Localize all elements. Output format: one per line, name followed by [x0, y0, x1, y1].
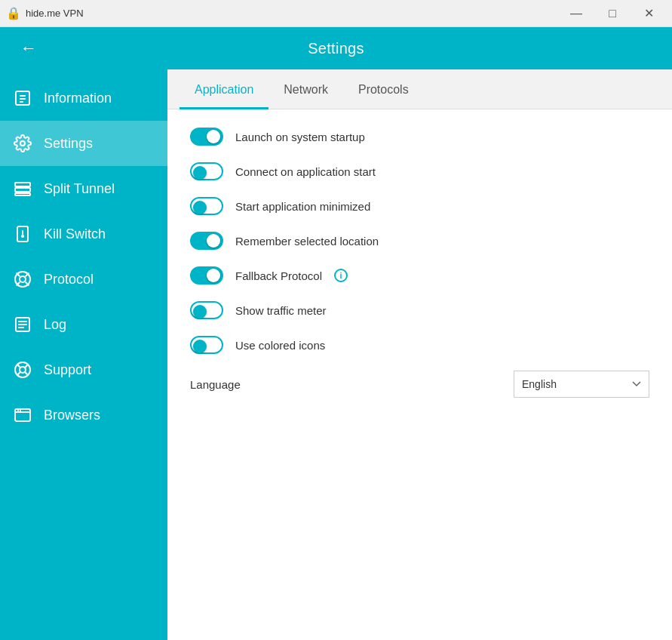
sidebar-item-label: Log — [44, 317, 66, 333]
svg-line-15 — [17, 282, 20, 285]
main-layout: Information Settings Split Tunnel — [0, 69, 672, 640]
sidebar-item-label: Browsers — [44, 408, 100, 423]
toggle-traffic-meter[interactable] — [190, 301, 223, 319]
tab-network[interactable]: Network — [268, 69, 343, 109]
kill-switch-icon — [12, 223, 33, 245]
svg-rect-7 — [15, 193, 30, 195]
svg-line-16 — [26, 273, 29, 276]
svg-point-10 — [22, 235, 23, 237]
sidebar-item-label: Support — [44, 362, 91, 378]
language-row: Language EnglishGermanFrenchSpanishItali… — [190, 371, 649, 398]
close-button[interactable]: ✕ — [631, 0, 666, 27]
title-bar: 🔒 hide.me VPN — □ ✕ — [0, 0, 672, 27]
svg-rect-27 — [15, 409, 30, 421]
support-icon — [12, 359, 33, 380]
svg-rect-5 — [15, 183, 30, 186]
svg-line-25 — [25, 365, 28, 368]
toggle-label-remember-location: Remember selected location — [235, 235, 379, 248]
sidebar-item-label: Split Tunnel — [44, 181, 115, 197]
sidebar-item-label: Information — [44, 91, 112, 106]
language-label: Language — [190, 378, 241, 391]
toggle-remember-location[interactable] — [190, 232, 223, 250]
sidebar-item-label: Settings — [44, 136, 93, 152]
toggle-fallback-protocol[interactable] — [190, 266, 223, 285]
content-area: Application Network Protocols Launch on … — [167, 69, 672, 640]
toggle-label-connect-start: Connect on application start — [235, 165, 376, 178]
svg-line-26 — [17, 372, 20, 375]
svg-line-23 — [17, 365, 20, 368]
sidebar-item-log[interactable]: Log — [0, 302, 167, 347]
toggle-launch-startup[interactable] — [190, 128, 223, 146]
back-arrow-icon: ← — [20, 40, 37, 57]
sidebar-item-label: Protocol — [44, 272, 94, 288]
back-button[interactable]: ← — [15, 35, 42, 62]
toggle-label-colored-icons: Use colored icons — [235, 339, 325, 352]
sidebar-item-protocol[interactable]: Protocol — [0, 257, 167, 302]
svg-point-12 — [20, 276, 26, 282]
toggle-label-launch-startup: Launch on system startup — [235, 131, 365, 143]
app-icon: 🔒 — [6, 6, 21, 21]
toggle-row-fallback-protocol: Fallback Protocol i — [190, 266, 649, 285]
svg-line-14 — [26, 282, 29, 285]
tab-application[interactable]: Application — [180, 69, 268, 109]
minimize-button[interactable]: — — [559, 0, 594, 27]
log-icon — [12, 314, 33, 335]
toggle-row-connect-start: Connect on application start — [190, 162, 649, 180]
maximize-button[interactable]: □ — [595, 0, 630, 27]
toggle-connect-start[interactable] — [190, 162, 223, 180]
toggle-row-colored-icons: Use colored icons — [190, 336, 649, 354]
toggle-row-start-minimized: Start application minimized — [190, 197, 649, 215]
information-icon — [12, 88, 33, 109]
svg-point-4 — [20, 141, 25, 146]
sidebar: Information Settings Split Tunnel — [0, 69, 167, 640]
settings-panel: Launch on system startup Connect on appl… — [167, 109, 672, 640]
sidebar-item-support[interactable]: Support — [0, 347, 167, 392]
toggle-start-minimized[interactable] — [190, 197, 223, 215]
sidebar-item-label: Kill Switch — [44, 226, 106, 242]
svg-rect-6 — [15, 188, 30, 192]
toggle-row-launch-startup: Launch on system startup — [190, 128, 649, 146]
tab-protocols[interactable]: Protocols — [343, 69, 424, 109]
settings-icon — [12, 133, 33, 154]
toggle-label-traffic-meter: Show traffic meter — [235, 304, 327, 317]
sidebar-item-information[interactable]: Information — [0, 75, 167, 121]
toggle-colored-icons[interactable] — [190, 336, 223, 354]
sidebar-item-kill-switch[interactable]: Kill Switch — [0, 211, 167, 257]
browsers-icon — [12, 405, 33, 426]
protocol-icon — [12, 269, 33, 290]
split-tunnel-icon — [12, 178, 33, 199]
svg-line-24 — [25, 372, 28, 375]
app-title: hide.me VPN — [26, 8, 559, 19]
header: ← Settings — [0, 27, 672, 69]
sidebar-item-browsers[interactable]: Browsers — [0, 392, 167, 438]
toggle-label-fallback-protocol: Fallback Protocol — [235, 269, 322, 282]
sidebar-item-settings[interactable]: Settings — [0, 121, 167, 166]
language-select[interactable]: EnglishGermanFrenchSpanishItalianDutchPo… — [514, 371, 649, 398]
page-title: Settings — [308, 40, 364, 57]
toggle-row-remember-location: Remember selected location — [190, 232, 649, 250]
tabs-bar: Application Network Protocols — [167, 69, 672, 109]
toggle-row-traffic-meter: Show traffic meter — [190, 301, 649, 319]
fallback-protocol-info-icon[interactable]: i — [334, 269, 348, 282]
toggle-label-start-minimized: Start application minimized — [235, 200, 370, 213]
sidebar-item-split-tunnel[interactable]: Split Tunnel — [0, 166, 167, 211]
window-controls: — □ ✕ — [559, 0, 666, 27]
svg-line-13 — [17, 273, 20, 276]
